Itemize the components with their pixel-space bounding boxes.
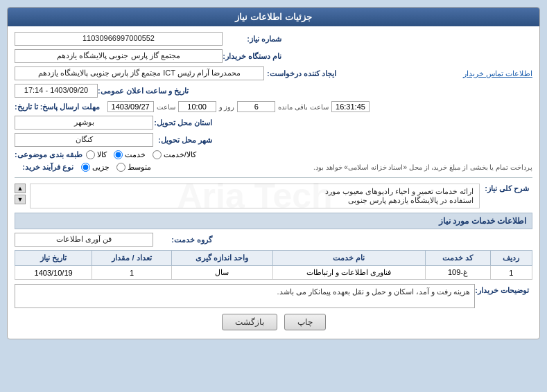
scroll-down-button[interactable]: ▼ bbox=[15, 195, 26, 204]
cell-unit: سال bbox=[171, 266, 272, 280]
col-unit: واحد اندازه گیری bbox=[171, 251, 272, 266]
description-label: شرح کلی نیاز: bbox=[485, 184, 532, 193]
contact-info-link[interactable]: اطلاعات تماس خریدار bbox=[463, 69, 532, 78]
remaining-label: ساعت باقی مانده bbox=[278, 103, 329, 111]
process-note: پرداخت تمام یا بخشی از مبلغ خرید، از محل… bbox=[151, 163, 532, 171]
back-button[interactable]: بازگشت bbox=[222, 314, 277, 330]
panel-title: جزئیات اطلاعات نیاز bbox=[8, 8, 539, 26]
process-mutawaset[interactable]: متوسط bbox=[116, 163, 151, 172]
cell-name: فناوری اطلاعات و ارتباطات bbox=[272, 266, 426, 280]
description-line1: ارائه خدمات تعمیر و احیاء رادیوهای معیوب… bbox=[36, 187, 474, 196]
delivery-city-label: شهر محل تحویل: bbox=[153, 136, 216, 145]
buyer-name-label: نام دستگاه خریدار: bbox=[223, 52, 285, 61]
requester-value: محمدرضا آرام رئیس ICT مجتمع گاز پارس جنو… bbox=[15, 66, 264, 80]
category-kala-khidmat[interactable]: کالا/خدمت bbox=[153, 150, 196, 159]
requester-label: ایجاد کننده درخواست: bbox=[267, 69, 340, 78]
delivery-province-label: استان محل تحویل: bbox=[153, 118, 216, 127]
col-row: ردیف bbox=[490, 251, 532, 266]
col-date: تاریخ نیاز bbox=[15, 251, 92, 266]
category-label: طبقه بندی موضوعی: bbox=[15, 150, 86, 159]
process-type-label: نوع فرآیند خرید: bbox=[15, 163, 77, 172]
description-line2: استفاده در پالایشگاه یازدهم پارس جنوبی bbox=[36, 196, 474, 205]
remaining-time-value: 16:31:45 bbox=[331, 101, 370, 112]
group-label: گروه خدمت: bbox=[153, 235, 216, 244]
request-number-label: شماره نیاز: bbox=[223, 35, 285, 44]
buyer-name-value: مجتمع گاز پارس جنوبی پالایشگاه یازدهم bbox=[15, 49, 223, 63]
buyer-notes-text: هزینه رفت و آمد، اسکان و حمل و نقل بعهده… bbox=[15, 284, 475, 308]
group-value: فن آوری اطلاعات bbox=[15, 233, 153, 247]
services-header: اطلاعات خدمات مورد نیاز bbox=[15, 213, 532, 229]
date-label: تاریخ و ساعت اعلان عمومی: bbox=[98, 87, 192, 96]
reply-time-label: ساعت bbox=[157, 103, 175, 111]
process-juz-i[interactable]: جزیی bbox=[81, 163, 110, 172]
scroll-up-button[interactable]: ▲ bbox=[15, 184, 26, 193]
reply-deadline-label: مهلت ارسال پاسخ: تا تاریخ: bbox=[15, 103, 103, 112]
category-kala[interactable]: کالا bbox=[86, 150, 107, 159]
request-number-value: 11030966997000552 bbox=[15, 32, 223, 46]
col-code: کد خدمت bbox=[426, 251, 490, 266]
reply-time-value: 10:00 bbox=[178, 101, 216, 112]
col-qty: تعداد / مقدار bbox=[92, 251, 172, 266]
category-khidmat[interactable]: خدمت bbox=[114, 150, 146, 159]
reply-days-value: 6 bbox=[237, 101, 275, 112]
reply-day-label: روز و bbox=[219, 103, 235, 111]
cell-qty: 1 bbox=[92, 266, 172, 280]
col-name: نام خدمت bbox=[272, 251, 426, 266]
delivery-city-value: کنگان bbox=[15, 133, 153, 147]
services-table: ردیف کد خدمت نام خدمت واحد اندازه گیری ت… bbox=[15, 250, 532, 280]
cell-date: 1403/10/19 bbox=[15, 266, 92, 280]
cell-code: غ-109 bbox=[426, 266, 490, 280]
cell-row: 1 bbox=[490, 266, 532, 280]
reply-date-value: 1403/09/27 bbox=[107, 101, 154, 112]
buyer-notes-label: توضیحات خریدار: bbox=[475, 284, 532, 295]
date-value: 1403/09/20 - 17:14 bbox=[15, 84, 98, 98]
print-button[interactable]: چاپ bbox=[284, 314, 326, 330]
table-row: 1 غ-109 فناوری اطلاعات و ارتباطات سال 1 … bbox=[15, 266, 532, 280]
delivery-province-value: بوشهر bbox=[15, 116, 153, 130]
